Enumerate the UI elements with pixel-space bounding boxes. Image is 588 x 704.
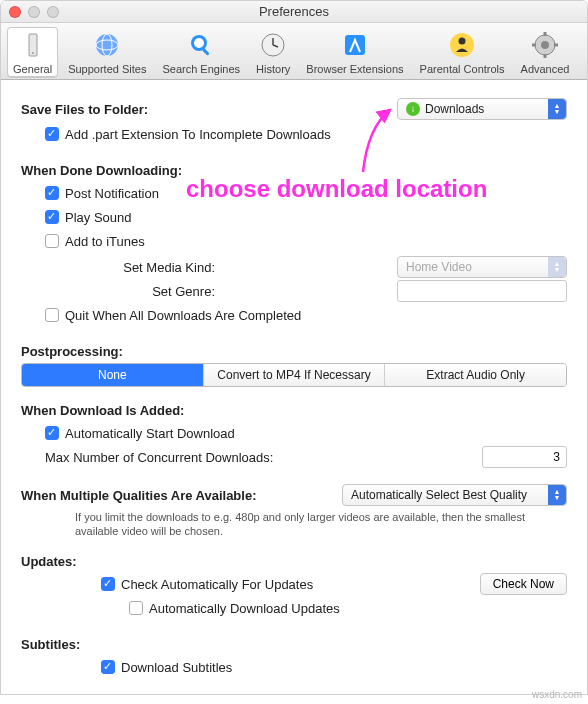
chevron-updown-icon: ▲▼ <box>548 257 566 277</box>
media-kind-value: Home Video <box>406 260 472 274</box>
auto-download-updates-label: Automatically Download Updates <box>149 601 340 616</box>
svg-point-15 <box>541 41 549 49</box>
quality-popup[interactable]: Automatically Select Best Quality ▲▼ <box>342 484 567 506</box>
add-itunes-label: Add to iTunes <box>65 234 145 249</box>
media-kind-label: Set Media Kind: <box>75 260 215 275</box>
svg-point-6 <box>194 38 204 48</box>
download-subtitles-label: Download Subtitles <box>121 660 232 675</box>
quality-value: Automatically Select Best Quality <box>351 488 527 502</box>
media-kind-popup[interactable]: Home Video ▲▼ <box>397 256 567 278</box>
tab-label: History <box>256 63 290 75</box>
section-quality: When Multiple Qualities Are Available: <box>21 488 257 503</box>
add-part-checkbox[interactable] <box>45 127 59 141</box>
section-subtitles: Subtitles: <box>21 637 567 652</box>
watermark: wsxdn.com <box>532 689 582 700</box>
tab-label: General <box>13 63 52 75</box>
auto-start-label: Automatically Start Download <box>65 426 235 441</box>
max-concurrent-label: Max Number of Concurrent Downloads: <box>45 450 273 465</box>
seg-none[interactable]: None <box>22 364 203 386</box>
quit-when-done-label: Quit When All Downloads Are Completed <box>65 308 301 323</box>
tab-supported-sites[interactable]: Supported Sites <box>62 27 152 77</box>
auto-download-updates-checkbox[interactable] <box>129 601 143 615</box>
add-itunes-checkbox[interactable] <box>45 234 59 248</box>
postprocessing-segmented[interactable]: None Convert to MP4 If Necessary Extract… <box>21 363 567 387</box>
tab-search-engines[interactable]: Search Engines <box>156 27 246 77</box>
genre-label: Set Genre: <box>75 284 215 299</box>
svg-rect-7 <box>202 48 210 56</box>
seg-audio[interactable]: Extract Audio Only <box>384 364 566 386</box>
check-updates-label: Check Automatically For Updates <box>121 577 313 592</box>
quit-when-done-checkbox[interactable] <box>45 308 59 322</box>
tab-label: Advanced <box>521 63 570 75</box>
window-title: Preferences <box>1 4 587 19</box>
titlebar: Preferences <box>1 1 587 23</box>
max-concurrent-field[interactable] <box>482 446 567 468</box>
section-postprocessing: Postprocessing: <box>21 344 567 359</box>
save-folder-value: Downloads <box>425 102 484 116</box>
check-updates-checkbox[interactable] <box>101 577 115 591</box>
section-save-files: Save Files to Folder: <box>21 102 148 117</box>
auto-start-checkbox[interactable] <box>45 426 59 440</box>
downloads-folder-icon: ↓ <box>406 102 420 116</box>
tab-browser-extensions[interactable]: Browser Extensions <box>300 27 409 77</box>
tab-general[interactable]: General <box>7 27 58 77</box>
section-when-added: When Download Is Added: <box>21 403 567 418</box>
tab-history[interactable]: History <box>250 27 296 77</box>
play-sound-label: Play Sound <box>65 210 132 225</box>
check-now-button[interactable]: Check Now <box>480 573 567 595</box>
svg-point-2 <box>96 34 118 56</box>
seg-convert[interactable]: Convert to MP4 If Necessary <box>203 364 385 386</box>
section-when-done: When Done Downloading: <box>21 163 567 178</box>
post-notification-checkbox[interactable] <box>45 186 59 200</box>
chevron-updown-icon: ▲▼ <box>548 485 566 505</box>
tab-label: Supported Sites <box>68 63 146 75</box>
post-notification-label: Post Notification <box>65 186 159 201</box>
save-folder-popup[interactable]: ↓ Downloads ▲▼ <box>397 98 567 120</box>
download-subtitles-checkbox[interactable] <box>101 660 115 674</box>
section-updates: Updates: <box>21 554 567 569</box>
tab-label: Search Engines <box>162 63 240 75</box>
toolbar: General Supported Sites Search Engines H… <box>1 23 587 80</box>
add-part-label: Add .part Extension To Incomplete Downlo… <box>65 127 331 142</box>
tab-label: Parental Controls <box>420 63 505 75</box>
svg-point-1 <box>32 52 34 54</box>
svg-point-13 <box>459 38 466 45</box>
svg-point-12 <box>450 33 474 57</box>
quality-hint: If you limit the downloads to e.g. 480p … <box>75 510 567 538</box>
genre-field[interactable] <box>397 280 567 302</box>
chevron-updown-icon: ▲▼ <box>548 99 566 119</box>
tab-label: Browser Extensions <box>306 63 403 75</box>
play-sound-checkbox[interactable] <box>45 210 59 224</box>
tab-advanced[interactable]: Advanced <box>515 27 576 77</box>
tab-parental-controls[interactable]: Parental Controls <box>414 27 511 77</box>
